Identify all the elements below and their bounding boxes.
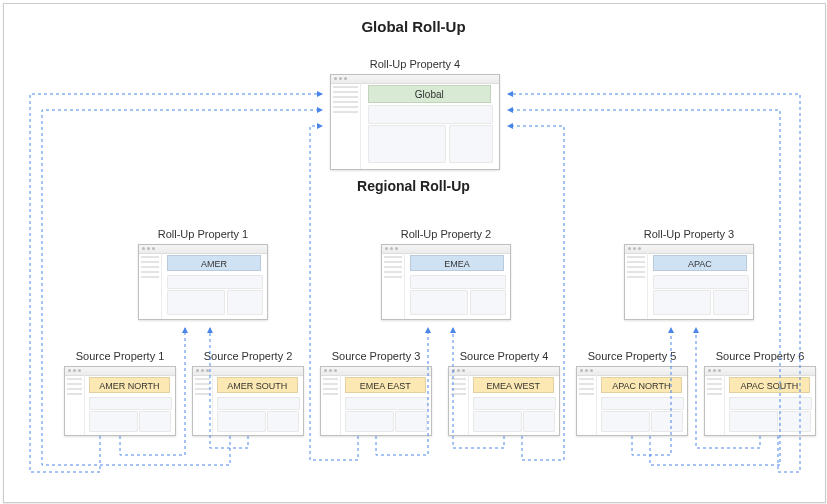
banner-apac: APAC — [653, 255, 746, 271]
node-rp1: AMER — [138, 244, 268, 320]
node-sp4: EMEA WEST — [448, 366, 560, 436]
node-sp6: APAC SOUTH — [704, 366, 816, 436]
node-sp2: AMER SOUTH — [192, 366, 304, 436]
label-sp4: Source Property 4 — [444, 350, 564, 362]
label-sp1: Source Property 1 — [60, 350, 180, 362]
node-sp3: EMEA EAST — [320, 366, 432, 436]
banner-amer-north: AMER NORTH — [89, 377, 169, 393]
label-sp5: Source Property 5 — [572, 350, 692, 362]
node-rp4: Global — [330, 74, 500, 170]
banner-apac-north: APAC NORTH — [601, 377, 681, 393]
label-rp1: Roll-Up Property 1 — [128, 228, 278, 240]
label-sp3: Source Property 3 — [316, 350, 436, 362]
label-sp6: Source Property 6 — [700, 350, 820, 362]
banner-amer: AMER — [167, 255, 260, 271]
label-rp3: Roll-Up Property 3 — [614, 228, 764, 240]
label-sp2: Source Property 2 — [188, 350, 308, 362]
banner-emea: EMEA — [410, 255, 503, 271]
banner-amer-south: AMER SOUTH — [217, 377, 297, 393]
banner-emea-east: EMEA EAST — [345, 377, 425, 393]
banner-global: Global — [368, 85, 491, 103]
node-rp3: APAC — [624, 244, 754, 320]
title-regional: Regional Roll-Up — [0, 178, 827, 194]
banner-emea-west: EMEA WEST — [473, 377, 553, 393]
node-rp2: EMEA — [381, 244, 511, 320]
node-sp5: APAC NORTH — [576, 366, 688, 436]
banner-apac-south: APAC SOUTH — [729, 377, 809, 393]
title-global: Global Roll-Up — [0, 18, 827, 35]
node-sp1: AMER NORTH — [64, 366, 176, 436]
label-rp2: Roll-Up Property 2 — [371, 228, 521, 240]
label-rp4: Roll-Up Property 4 — [320, 58, 510, 70]
